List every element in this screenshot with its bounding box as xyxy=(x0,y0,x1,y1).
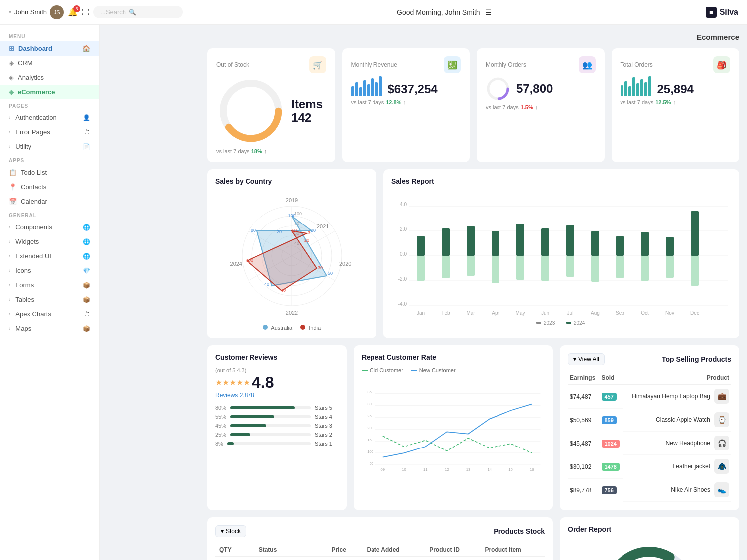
sidebar-item-ecommerce[interactable]: ◈ eCommerce xyxy=(0,85,99,99)
svg-rect-68 xyxy=(691,256,699,286)
chevron-down-icon: ▾ xyxy=(221,528,224,535)
sidebar-item-components[interactable]: › Components 🌐 xyxy=(0,220,99,234)
sold-cell: 1478 xyxy=(600,455,623,478)
svg-text:2023: 2023 xyxy=(544,320,555,326)
sidebar-item-authentication[interactable]: › Authentication 👤 xyxy=(0,111,99,125)
sidebar-item-contacts[interactable]: 📍 Contacts xyxy=(0,180,99,194)
svg-text:100: 100 xyxy=(288,213,295,218)
sold-cell: 859 xyxy=(600,408,623,432)
table-row: $89,778 756 Nike Air Shoes 👟 xyxy=(568,478,731,502)
search-icon: 🔍 xyxy=(129,9,136,16)
greeting: Good Morning, John Smith ☰ xyxy=(189,8,700,16)
sidebar-item-tables[interactable]: › Tables 📦 xyxy=(0,292,99,307)
svg-rect-47 xyxy=(442,228,450,256)
svg-text:200: 200 xyxy=(367,426,374,431)
sidebar-item-analytics[interactable]: ◈ Analytics xyxy=(0,70,99,85)
svg-text:30: 30 xyxy=(318,265,323,270)
svg-text:150: 150 xyxy=(367,438,374,442)
bar-row-stars1: 8% Stars 1 xyxy=(215,441,339,447)
product-cell: New Headphone 🎧 xyxy=(623,432,731,455)
svg-rect-51 xyxy=(492,231,499,256)
stat-card-total-orders: Total Orders 🎒 25,894 vs last 7 days xyxy=(612,48,740,162)
total-orders-icon: 🎒 xyxy=(713,56,730,73)
svg-rect-65 xyxy=(666,237,674,256)
sidebar-item-widgets[interactable]: › Widgets 🌐 xyxy=(0,234,99,249)
trend-down-icon: ↓ xyxy=(535,104,538,110)
view-all-button[interactable]: ▾ View All xyxy=(568,353,605,365)
product-image: 👟 xyxy=(714,482,729,497)
status-cell: Out of Stock xyxy=(255,556,328,560)
sales-report-svg: 4.0 2.0 0.0 -2.0 -4.0 xyxy=(391,191,731,326)
svg-text:2020: 2020 xyxy=(339,261,351,267)
australia-legend-dot xyxy=(263,325,268,330)
pages-section-label: PAGES xyxy=(0,99,99,111)
user-menu[interactable]: ▾ John Smith JS xyxy=(9,5,64,19)
product-image: ⌚ xyxy=(714,412,729,427)
svg-text:Apr: Apr xyxy=(492,310,499,316)
trend-up-icon: ↑ xyxy=(403,99,406,105)
chevron-down-icon: ▾ xyxy=(573,356,576,363)
donut-chart-purple xyxy=(486,76,510,101)
svg-text:2024: 2024 xyxy=(230,261,242,267)
sidebar-item-icons[interactable]: › Icons 💎 xyxy=(0,263,99,278)
menu-lines-icon[interactable]: ☰ xyxy=(485,8,492,16)
svg-rect-48 xyxy=(442,256,450,278)
table-row: $45,487 1024 New Headphone 🎧 xyxy=(568,432,731,455)
todo-icon: 📋 xyxy=(9,169,17,176)
svg-text:2.0: 2.0 xyxy=(400,226,407,232)
sidebar-item-calendar[interactable]: 📅 Calendar xyxy=(0,194,99,209)
svg-text:20: 20 xyxy=(311,228,316,233)
products-stock-card: ▾ Stock Products Stock QTY Status Price … xyxy=(207,517,553,560)
main-content: Ecommerce Out of Stock 🛒 Items 142 vs la… xyxy=(199,25,747,560)
sidebar-item-utility[interactable]: › Utility 📄 xyxy=(0,139,99,154)
product-cell: Classic Apple Watch ⌚ xyxy=(623,408,731,432)
silva-logo: ◼ Silva xyxy=(706,7,738,18)
svg-rect-64 xyxy=(641,256,649,281)
calendar-icon: 📅 xyxy=(9,198,17,205)
revenue-icon: 💹 xyxy=(444,56,461,73)
chevron-icon: › xyxy=(9,144,10,149)
sidebar-item-apex-charts[interactable]: › Apex Charts ⏱ xyxy=(0,307,99,321)
sidebar-item-maps[interactable]: › Maps 📦 xyxy=(0,321,99,336)
fullscreen-toggle[interactable]: ⛶ xyxy=(82,8,89,16)
notification-bell[interactable]: 🔔 5 xyxy=(68,7,78,17)
svg-text:350: 350 xyxy=(367,390,374,395)
sidebar-item-dashboard[interactable]: ⊞ Dashboard 🏠 xyxy=(0,41,99,56)
review-bars: 80% Stars 5 55% Stars 4 45% Stars 3 25% xyxy=(215,405,339,447)
svg-text:Feb: Feb xyxy=(441,310,450,316)
svg-text:40: 40 xyxy=(281,288,286,293)
svg-text:Aug: Aug xyxy=(591,310,600,316)
svg-rect-60 xyxy=(591,256,599,282)
bar-row-stars3: 45% Stars 3 xyxy=(215,423,339,429)
radar-legend: Australia India xyxy=(263,325,321,331)
menu-section-label: MENU xyxy=(0,30,99,41)
product-cell: Himalayan Hemp Laptop Bag 💼 xyxy=(623,385,731,408)
apps-section-label: APPS xyxy=(0,154,99,165)
line-chart-legend: Old Customer New Customer xyxy=(362,367,545,373)
svg-rect-55 xyxy=(541,228,549,256)
general-section-label: GENERAL xyxy=(0,209,99,220)
search-bar[interactable]: ...Search 🔍 xyxy=(93,6,183,18)
donut-chart-orange xyxy=(216,76,285,145)
stock-filter-button[interactable]: ▾ Stock xyxy=(215,525,246,537)
bar-row-stars5: 80% Stars 5 xyxy=(215,405,339,411)
svg-text:16: 16 xyxy=(530,467,534,472)
svg-text:20: 20 xyxy=(304,238,309,243)
sidebar-item-error-pages[interactable]: › Error Pages ⏱ xyxy=(0,125,99,139)
svg-text:2024: 2024 xyxy=(574,320,585,326)
svg-text:Jan: Jan xyxy=(417,310,425,316)
svg-text:-2.0: -2.0 xyxy=(398,276,407,282)
sidebar-item-forms[interactable]: › Forms 📦 xyxy=(0,278,99,292)
product-name: Himalayan Hemp Laptop Bag xyxy=(632,393,710,400)
sold-header: Sold xyxy=(600,371,623,385)
svg-rect-83 xyxy=(566,322,571,324)
svg-rect-52 xyxy=(492,256,499,283)
sidebar-item-extended-ui[interactable]: › Extended UI 🌐 xyxy=(0,249,99,263)
product-name: Classic Apple Watch xyxy=(656,416,710,423)
sidebar-item-todo[interactable]: 📋 Todo List xyxy=(0,165,99,180)
reviews-link[interactable]: Reviews 2,878 xyxy=(215,392,274,399)
svg-rect-49 xyxy=(467,226,475,256)
chevron-down-icon: ▾ xyxy=(9,9,11,15)
sidebar-item-crm[interactable]: ◈ CRM xyxy=(0,56,99,70)
top-selling-table: Earnings Sold Product $74,487 457 Himala… xyxy=(568,371,731,502)
